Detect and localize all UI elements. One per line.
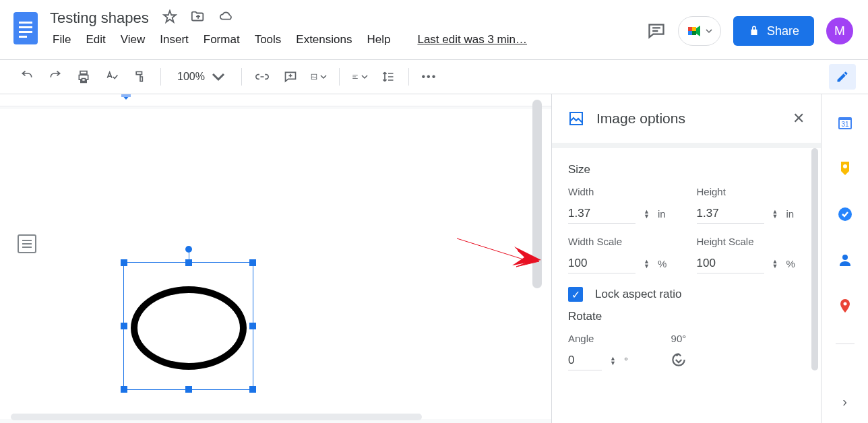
- height-input[interactable]: [697, 204, 764, 224]
- menu-help[interactable]: Help: [360, 30, 397, 49]
- rotate-90-icon[interactable]: [669, 350, 689, 370]
- width-label: Width: [568, 186, 677, 197]
- size-section-title: Size: [568, 163, 805, 176]
- ruler[interactable]: [0, 94, 551, 106]
- outline-toggle-icon[interactable]: [18, 234, 36, 253]
- print-icon[interactable]: [75, 69, 92, 85]
- menu-insert[interactable]: Insert: [153, 30, 195, 49]
- menu-edit[interactable]: Edit: [79, 30, 112, 49]
- resize-handle[interactable]: [249, 259, 256, 266]
- menu-file[interactable]: File: [50, 30, 78, 49]
- document-canvas[interactable]: [0, 94, 551, 423]
- spellcheck-icon[interactable]: [104, 69, 120, 85]
- maps-icon[interactable]: [837, 298, 853, 314]
- selected-shape[interactable]: [123, 262, 253, 390]
- cloud-status-icon[interactable]: [219, 9, 234, 27]
- account-avatar[interactable]: M: [826, 18, 853, 44]
- width-scale-stepper[interactable]: ▲▼: [644, 259, 650, 269]
- width-scale-input[interactable]: [568, 254, 636, 273]
- resize-handle[interactable]: [249, 323, 256, 329]
- angle-label: Angle: [568, 333, 628, 344]
- svg-rect-10: [121, 94, 131, 97]
- horizontal-scrollbar[interactable]: [11, 414, 422, 420]
- height-scale-input[interactable]: [697, 254, 764, 273]
- height-stepper[interactable]: ▲▼: [772, 209, 778, 219]
- panel-scrollbar[interactable]: [811, 148, 818, 370]
- angle-unit: °: [624, 355, 628, 366]
- last-edit-link[interactable]: Last edit was 3 min…: [410, 30, 534, 49]
- keep-icon[interactable]: [837, 160, 853, 176]
- calendar-icon[interactable]: 31: [837, 115, 853, 131]
- insert-link-icon[interactable]: [254, 69, 270, 85]
- star-icon[interactable]: [162, 9, 177, 27]
- menu-extensions[interactable]: Extensions: [289, 30, 359, 49]
- ellipse-shape: [131, 286, 247, 370]
- vertical-scrollbar[interactable]: [532, 100, 542, 288]
- insert-image-icon[interactable]: [311, 69, 327, 85]
- width-input[interactable]: [568, 204, 636, 224]
- angle-stepper[interactable]: ▲▼: [610, 356, 616, 366]
- image-icon: [568, 110, 584, 127]
- svg-point-18: [843, 302, 846, 306]
- chevron-right-icon[interactable]: ›: [842, 394, 847, 410]
- svg-point-17: [842, 255, 848, 260]
- height-scale-label: Height Scale: [697, 236, 805, 247]
- editing-mode-button[interactable]: [829, 64, 856, 90]
- width-stepper[interactable]: ▲▼: [644, 209, 650, 219]
- docs-logo-icon[interactable]: [12, 10, 39, 46]
- height-unit: in: [786, 208, 794, 220]
- redo-icon[interactable]: [47, 69, 63, 85]
- angle-input[interactable]: [568, 351, 602, 370]
- align-icon[interactable]: [352, 69, 368, 85]
- menu-format[interactable]: Format: [197, 30, 247, 49]
- menu-tools[interactable]: Tools: [248, 30, 288, 49]
- height-scale-unit: %: [786, 258, 795, 269]
- height-label: Height: [697, 186, 805, 197]
- share-button[interactable]: Share: [733, 16, 814, 46]
- svg-rect-8: [692, 27, 696, 31]
- resize-handle[interactable]: [121, 386, 127, 393]
- svg-rect-3: [19, 31, 32, 33]
- companion-bar: 31 ›: [821, 94, 868, 423]
- resize-handle[interactable]: [249, 386, 256, 393]
- paint-format-icon[interactable]: [132, 69, 148, 85]
- lock-icon: [748, 25, 760, 37]
- resize-handle[interactable]: [121, 259, 127, 266]
- width-unit: in: [658, 208, 666, 220]
- tasks-icon[interactable]: [837, 206, 853, 222]
- close-icon[interactable]: ✕: [793, 110, 805, 127]
- lock-aspect-label: Lock aspect ratio: [595, 288, 682, 301]
- rotate-90-label: 90°: [671, 333, 687, 344]
- height-scale-stepper[interactable]: ▲▼: [772, 259, 778, 269]
- document-title[interactable]: Testing shapes: [50, 9, 149, 27]
- image-options-panel: Image options ✕ Size Width ▲▼ in Height: [551, 94, 821, 423]
- undo-icon[interactable]: [19, 69, 35, 85]
- lock-aspect-checkbox[interactable]: ✓: [568, 287, 583, 302]
- share-label: Share: [767, 24, 799, 38]
- panel-title: Image options: [596, 110, 780, 127]
- add-comment-icon[interactable]: [282, 69, 299, 85]
- svg-rect-7: [688, 31, 692, 35]
- move-to-folder-icon[interactable]: [191, 9, 206, 27]
- svg-point-15: [843, 164, 847, 168]
- resize-handle[interactable]: [121, 323, 127, 329]
- rotate-section-title: Rotate: [568, 310, 805, 323]
- resize-handle[interactable]: [185, 386, 192, 393]
- chevron-down-icon: [706, 28, 712, 34]
- svg-rect-1: [19, 22, 32, 24]
- chevron-down-icon: [212, 70, 225, 84]
- svg-rect-4: [19, 36, 27, 38]
- svg-rect-6: [688, 27, 692, 31]
- width-scale-unit: %: [658, 258, 666, 269]
- meet-button[interactable]: [678, 16, 721, 46]
- width-scale-label: Width Scale: [568, 236, 677, 247]
- svg-text:31: 31: [841, 121, 849, 128]
- svg-rect-2: [19, 26, 32, 28]
- contacts-icon[interactable]: [837, 252, 853, 268]
- zoom-select[interactable]: 100%: [173, 70, 229, 84]
- line-spacing-icon[interactable]: [380, 69, 396, 85]
- resize-handle[interactable]: [185, 259, 192, 266]
- more-icon[interactable]: •••: [421, 69, 437, 85]
- comments-icon[interactable]: [647, 22, 666, 40]
- menu-view[interactable]: View: [114, 30, 152, 49]
